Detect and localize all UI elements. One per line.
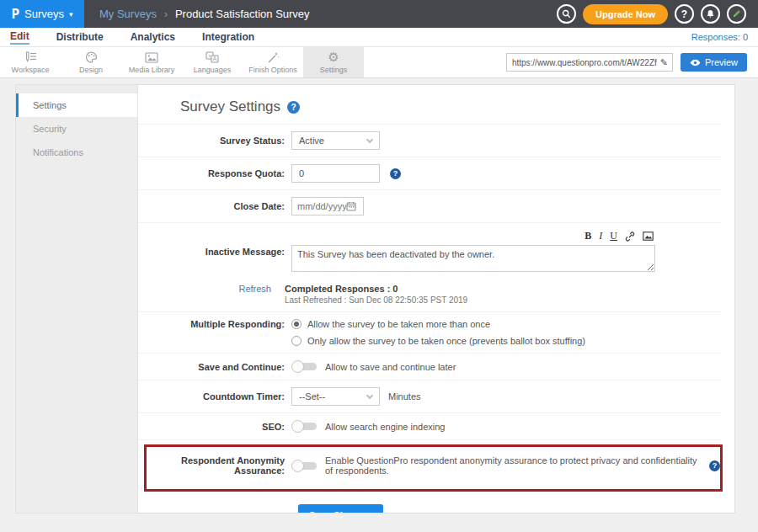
edit-url-icon[interactable]: ✎ (660, 57, 672, 68)
refresh-info: Completed Responses : 0 Last Refreshed :… (285, 284, 467, 305)
radio-unselected-icon (291, 336, 302, 346)
upgrade-now-button[interactable]: Upgrade Now (583, 4, 668, 24)
breadcrumb-separator: › (164, 8, 168, 20)
seo-label: SEO: (138, 422, 291, 432)
svg-text:x: x (209, 53, 211, 58)
radio-selected-icon (291, 319, 302, 329)
pencil-icon (732, 9, 741, 19)
tab-integration[interactable]: Integration (189, 28, 268, 46)
inactive-message-label: Inactive Message: (138, 230, 291, 257)
settings-sidebar: Settings Security Notifications (16, 85, 138, 513)
settings-card: Settings Security Notifications Survey S… (15, 84, 735, 513)
response-quota-row: Response Quota: ? (138, 157, 722, 190)
close-date-row: Close Date: (138, 190, 722, 223)
save-continue-toggle[interactable] (291, 360, 317, 373)
insert-image-button[interactable] (643, 231, 654, 241)
save-changes-button[interactable]: Save Changes (298, 504, 383, 513)
anonymity-description: Enable QuestionPro respondent anonymity … (325, 455, 704, 476)
minutes-label: Minutes (388, 391, 421, 402)
seo-description: Allow search engine indexing (325, 422, 445, 432)
countdown-timer-label: Countdown Timer: (138, 391, 291, 402)
survey-url-input[interactable] (507, 58, 660, 67)
survey-nav-tabs: Edit Distribute Analytics Integration Re… (0, 28, 758, 47)
anonymity-toggle[interactable] (291, 460, 317, 472)
radio-option-multiple-allowed[interactable]: Allow the survey to be taken more than o… (291, 319, 585, 329)
svg-text:A: A (213, 56, 217, 61)
toolbar-tab-workspace[interactable]: Workspace (0, 47, 61, 77)
save-row: Save Changes (138, 496, 734, 513)
save-continue-description: Allow to save and continue later (325, 362, 456, 372)
eye-icon (690, 59, 701, 66)
sidebar-item-settings[interactable]: Settings (16, 93, 137, 117)
edit-toolbar: Workspace Design Media Library xA Langua… (0, 47, 758, 78)
edit-profile-button[interactable] (727, 4, 746, 24)
seo-toggle[interactable] (291, 420, 317, 433)
italic-button[interactable]: I (599, 230, 602, 242)
last-refreshed-text: Last Refreshed : Sun Dec 08 22:50:35 PST… (285, 295, 467, 305)
palette-icon (85, 51, 98, 64)
multiple-responding-row: Multiple Responding: Allow the survey to… (138, 312, 722, 354)
questionpro-logo: P (11, 6, 19, 22)
breadcrumb-my-surveys[interactable]: My Surveys (99, 8, 157, 20)
survey-settings-help-icon[interactable]: ? (287, 101, 300, 114)
completed-responses-text: Completed Responses : 0 (285, 284, 467, 294)
anonymity-highlight-box: Respondent Anonymity Assurance: Enable Q… (144, 444, 723, 492)
response-quota-help-icon[interactable]: ? (390, 168, 401, 179)
notifications-button[interactable] (701, 4, 720, 24)
search-button[interactable] (557, 4, 576, 24)
tab-distribute[interactable]: Distribute (43, 28, 117, 46)
workspace-icon (24, 51, 37, 64)
toolbar-tab-media-library[interactable]: Media Library (121, 47, 182, 77)
survey-url-field[interactable]: ✎ (506, 53, 673, 72)
countdown-timer-select[interactable]: --Set-- (291, 387, 380, 406)
sidebar-item-notifications[interactable]: Notifications (16, 141, 137, 164)
radio-option-once-only[interactable]: Only allow the survey to be taken once (… (291, 336, 585, 346)
link-button[interactable] (625, 231, 635, 242)
bold-button[interactable]: B (585, 230, 591, 242)
save-continue-label: Save and Continue: (138, 362, 291, 372)
inactive-message-row: Inactive Message: B I U This Survey has … (138, 223, 722, 282)
top-header-bar: P Surveys ▾ My Surveys › Product Satisfa… (0, 0, 758, 28)
preview-button[interactable]: Preview (681, 53, 747, 72)
rich-text-toolbar: B I U (291, 230, 655, 245)
close-date-input[interactable] (297, 201, 346, 211)
chevron-down-icon (366, 136, 373, 142)
magic-wand-icon (267, 51, 280, 64)
response-quota-label: Response Quota: (138, 168, 291, 178)
chevron-down-icon: ▾ (69, 10, 73, 19)
toolbar-tab-finish-options[interactable]: Finish Options (243, 47, 303, 77)
toolbar-tab-settings[interactable]: ⚙ Settings (303, 47, 364, 77)
chevron-down-icon (366, 391, 373, 398)
help-button[interactable]: ? (675, 4, 694, 24)
toolbar-tab-design[interactable]: Design (61, 47, 121, 77)
bell-icon (706, 9, 715, 19)
survey-status-label: Survey Status: (138, 136, 291, 146)
image-icon (145, 51, 158, 64)
header-actions: Upgrade Now ? (557, 0, 758, 28)
anonymity-help-icon[interactable]: ? (709, 460, 720, 471)
refresh-link[interactable]: Refresh (138, 284, 285, 294)
close-date-label: Close Date: (138, 201, 291, 211)
breadcrumb: My Surveys › Product Satisfaction Survey (99, 0, 310, 28)
survey-status-select[interactable]: Active (291, 131, 380, 150)
seo-row: SEO: Allow search engine indexing (138, 413, 722, 440)
toolbar-right: ✎ Preview (506, 47, 758, 77)
tab-edit[interactable]: Edit (0, 28, 43, 46)
page-title: Survey Settings (180, 98, 280, 115)
search-icon (562, 9, 571, 19)
surveys-app-menu[interactable]: P Surveys ▾ (0, 0, 84, 28)
countdown-timer-row: Countdown Timer: --Set-- Minutes (138, 380, 722, 413)
tab-analytics[interactable]: Analytics (117, 28, 189, 46)
multiple-responding-label: Multiple Responding: (138, 319, 291, 329)
toolbar-tab-languages[interactable]: xA Languages (182, 47, 243, 77)
sidebar-item-security[interactable]: Security (16, 117, 137, 141)
close-date-field[interactable] (291, 197, 364, 215)
underline-button[interactable]: U (610, 230, 617, 242)
gear-icon: ⚙ (328, 51, 339, 64)
translate-icon: xA (206, 51, 219, 64)
survey-status-row: Survey Status: Active (138, 125, 722, 157)
save-continue-row: Save and Continue: Allow to save and con… (138, 354, 722, 380)
responses-count[interactable]: Responses: 0 (691, 32, 758, 42)
inactive-message-textarea[interactable]: This Survey has been deactivated by the … (291, 245, 655, 272)
response-quota-input[interactable] (291, 164, 380, 183)
